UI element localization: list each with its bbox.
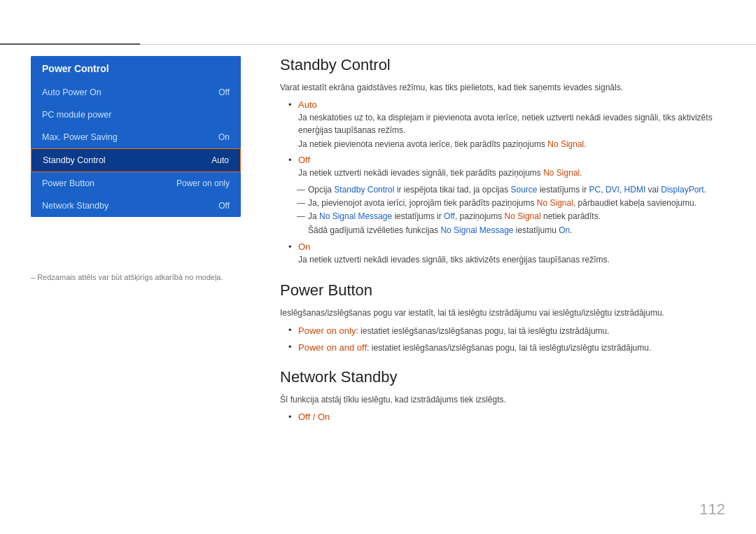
standby-control-section: Standby Control Varat iestatīt ekrāna ga… (280, 56, 725, 266)
sidebar-item-network-standby[interactable]: Network Standby Off (31, 195, 241, 217)
network-standby-title: Network Standby (280, 368, 725, 386)
sidebar-label-max-power-saving: Max. Power Saving (42, 132, 118, 142)
standby-bullet-off: Off Ja netiek uztverti nekādi ievades si… (288, 155, 725, 179)
sidebar-item-max-power-saving[interactable]: Max. Power Saving On (31, 126, 241, 148)
power-bullet-on-only: Power on only: iestatiet ieslēgšanas/izs… (288, 325, 725, 337)
standby-off-label: Off (298, 155, 310, 165)
sidebar-value-auto-power-on: Off (218, 87, 230, 97)
standby-on-text: Ja netiek uztverti nekādi ievades signāl… (298, 253, 725, 266)
standby-auto-text2: Ja netiek pievienota neviena avota ierīc… (298, 138, 725, 150)
footnote: – Redzamais attēls var būt atšķirīgs atk… (31, 273, 234, 281)
top-bar-light (140, 44, 756, 45)
power-button-list: Power on only: iestatiet ieslēgšanas/izs… (288, 325, 725, 354)
standby-off-text1: Ja netiek uztverti nekādi ievades signāl… (298, 167, 725, 179)
main-content: Standby Control Varat iestatīt ekrāna ga… (280, 56, 725, 503)
hdmi-ref: HDMI (624, 185, 646, 195)
power-on-off-label: Power on and off (298, 342, 367, 353)
sidebar-item-standby-control[interactable]: Standby Control Auto (31, 148, 241, 172)
standby-control-title: Standby Control (280, 56, 725, 74)
standby-dash-list: Opcija Standby Control ir iespējota tika… (297, 183, 725, 237)
sidebar-item-power-button[interactable]: Power Button Power on only (31, 172, 241, 195)
standby-control-ref: Standby Control (334, 185, 394, 195)
standby-auto-label: Auto (298, 99, 317, 110)
power-on-only-text: : iestatiet ieslēgšanas/izslēgšanas pogu… (356, 326, 609, 336)
no-signal-highlight-1: No Signal (547, 139, 584, 149)
standby-dash-3: Ja No Signal Message iestatījums ir Off,… (297, 210, 725, 237)
network-standby-value: Off / On (298, 412, 330, 422)
standby-dash-2: Ja, pievienojot avota ierīci, joprojām t… (297, 197, 725, 210)
off-ref: Off (444, 211, 455, 221)
standby-on-label: On (298, 241, 310, 252)
sidebar-label-power-button: Power Button (42, 178, 94, 188)
network-standby-list: Off / On (288, 412, 725, 422)
page-number: 112 (699, 500, 725, 519)
no-signal-ref-3: No Signal (537, 198, 573, 208)
network-standby-section: Network Standby Šī funkcija atstāj tīklu… (280, 368, 725, 422)
displayport-ref: DisplayPort (661, 185, 704, 195)
sidebar-value-max-power-saving: On (218, 132, 230, 142)
top-bar (0, 43, 756, 45)
standby-control-list: Auto Ja neskatoties uz to, ka displejam … (288, 99, 725, 179)
no-signal-msg-ref2: No Signal Message (440, 225, 513, 235)
sidebar-value-network-standby: Off (218, 201, 230, 211)
standby-bullet-auto: Auto Ja neskatoties uz to, ka displejam … (288, 99, 725, 150)
top-bar-dark (0, 43, 140, 45)
power-on-off-text: : iestatiet ieslēgšanas/izslēgšanas pogu… (367, 343, 651, 353)
no-signal-highlight-2: No Signal (543, 168, 580, 178)
standby-on-list: On Ja netiek uztverti nekādi ievades sig… (288, 241, 725, 266)
sidebar-panel: Power Control Auto Power On Off PC modul… (31, 56, 241, 217)
source-ref: Source (511, 185, 538, 195)
sidebar-label-network-standby: Network Standby (42, 201, 108, 211)
dvi-ref: DVI (606, 185, 620, 195)
sidebar-label-auto-power-on: Auto Power On (42, 87, 102, 97)
sidebar-label-standby-control: Standby Control (43, 155, 106, 165)
sidebar-item-pc-module-power[interactable]: PC module power (31, 104, 241, 126)
sidebar-item-auto-power-on[interactable]: Auto Power On Off (31, 81, 241, 104)
network-standby-bullet: Off / On (288, 412, 725, 422)
power-on-only-label: Power on only (298, 325, 356, 336)
power-button-section: Power Button Ieslēgšanas/izslēgšanas pog… (280, 281, 725, 354)
no-signal-ref-4: No Signal (505, 211, 541, 221)
sidebar-label-pc-module-power: PC module power (42, 110, 111, 120)
standby-dash-1: Opcija Standby Control ir iespējota tika… (297, 183, 725, 197)
standby-auto-text1: Ja neskatoties uz to, ka displejam ir pi… (298, 111, 725, 136)
standby-control-desc: Varat iestatīt ekrāna gaidstāves režīmu,… (280, 81, 725, 94)
sidebar-title: Power Control (31, 56, 241, 81)
sidebar-value-power-button: Power on only (176, 178, 230, 188)
on-ref: On (559, 225, 570, 235)
power-button-desc: Ieslēgšanas/izslēgšanas pogu var iestatī… (280, 307, 725, 319)
power-button-title: Power Button (280, 281, 725, 300)
network-standby-desc: Šī funkcija atstāj tīklu ieslēgtu, kad i… (280, 393, 725, 406)
pc-ref: PC (589, 185, 601, 195)
power-bullet-on-off: Power on and off: iestatiet ieslēgšanas/… (288, 342, 725, 354)
standby-bullet-on: On Ja netiek uztverti nekādi ievades sig… (288, 241, 725, 266)
sidebar-value-standby-control: Auto (211, 155, 229, 165)
no-signal-msg-ref: No Signal Message (319, 211, 392, 221)
